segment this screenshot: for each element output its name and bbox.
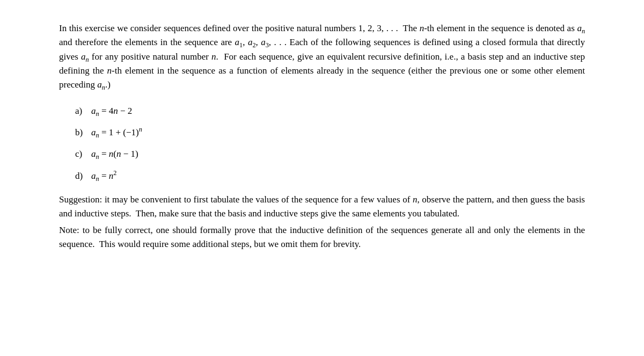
formula-c: an = n(n − 1) (91, 147, 138, 161)
suggestion-paragraph-2: Note: to be fully correct, one should fo… (59, 223, 585, 252)
formula-d: an = n2 (91, 169, 116, 183)
label-b: b) (75, 126, 86, 140)
suggestion-paragraph-1: Suggestion: it may be convenient to firs… (59, 193, 585, 221)
problem-b: b) an = 1 + (−1)n (75, 126, 585, 140)
problem-d: d) an = n2 (75, 169, 585, 183)
intro-paragraph: In this exercise we consider sequences d… (59, 21, 585, 92)
formula-b: an = 1 + (−1)n (91, 126, 142, 140)
problem-list: a) an = 4n − 2 b) an = 1 + (−1)n c) an =… (75, 104, 585, 183)
formula-a: an = 4n − 2 (91, 104, 132, 118)
problem-a: a) an = 4n − 2 (75, 104, 585, 118)
problem-c: c) an = n(n − 1) (75, 147, 585, 161)
intro-text-1: In this exercise we consider sequences d… (59, 21, 585, 92)
label-d: d) (75, 169, 86, 183)
suggestion-section: Suggestion: it may be convenient to firs… (59, 193, 585, 251)
label-c: c) (75, 147, 86, 161)
label-a: a) (75, 104, 86, 118)
page-container: In this exercise we consider sequences d… (27, 0, 617, 273)
